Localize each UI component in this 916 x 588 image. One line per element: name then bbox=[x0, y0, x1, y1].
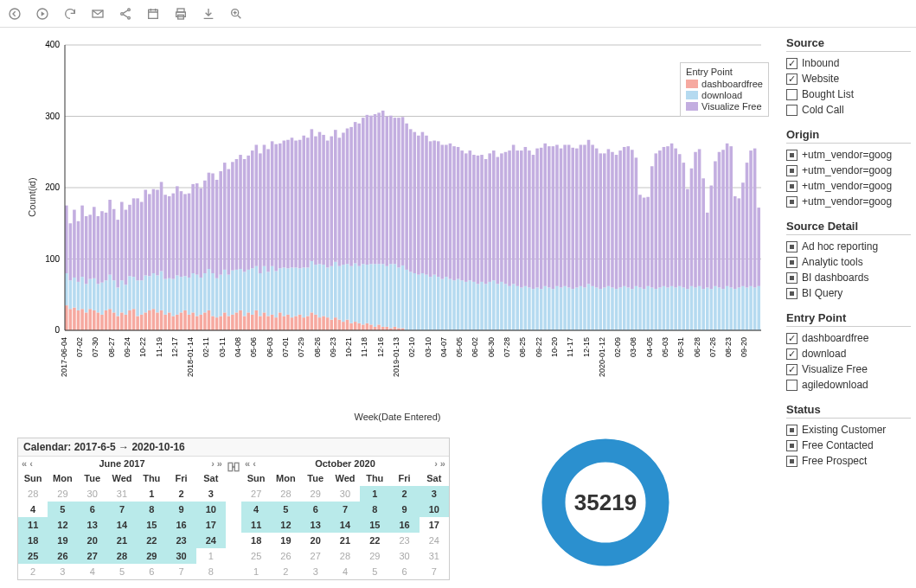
calendar-day[interactable]: 25 bbox=[18, 548, 48, 564]
checkbox-icon[interactable] bbox=[786, 288, 797, 299]
calendar-day[interactable]: 27 bbox=[78, 548, 107, 564]
calendar-day[interactable]: 16 bbox=[166, 517, 195, 533]
calendar-day[interactable]: 29 bbox=[360, 548, 389, 564]
checkbox-icon[interactable] bbox=[786, 241, 797, 252]
calendar-day[interactable]: 7 bbox=[420, 564, 449, 579]
filter-option[interactable]: Cold Call bbox=[786, 104, 911, 116]
calendar-day[interactable]: 29 bbox=[48, 486, 77, 502]
calendar-day[interactable]: 8 bbox=[360, 502, 389, 517]
calendar-day[interactable]: 18 bbox=[18, 533, 48, 548]
calendar-day[interactable]: 13 bbox=[78, 517, 107, 533]
checkbox-icon[interactable] bbox=[786, 58, 797, 69]
calendar-day[interactable]: 6 bbox=[301, 502, 330, 517]
checkbox-icon[interactable] bbox=[786, 364, 797, 375]
filter-option[interactable]: agiledownload bbox=[786, 379, 911, 391]
calendar-day[interactable]: 2 bbox=[271, 564, 300, 579]
calendar-day[interactable]: 16 bbox=[389, 517, 419, 533]
calendar-day[interactable]: 1 bbox=[196, 548, 226, 564]
calendar-day[interactable]: 7 bbox=[166, 564, 195, 579]
calendar-day[interactable]: 14 bbox=[330, 517, 360, 533]
calendar-day[interactable]: 27 bbox=[301, 548, 330, 564]
calendar-day[interactable]: 20 bbox=[301, 533, 330, 548]
calendar-day[interactable]: 13 bbox=[301, 517, 330, 533]
checkbox-icon[interactable] bbox=[786, 348, 797, 360]
calendar-day[interactable]: 4 bbox=[330, 564, 360, 579]
cal-next-icon[interactable]: › » bbox=[434, 458, 445, 469]
calendar-day[interactable]: 21 bbox=[107, 533, 137, 548]
checkbox-icon[interactable] bbox=[786, 196, 797, 208]
filter-option[interactable]: Existing Customer bbox=[786, 424, 911, 436]
filter-option[interactable]: dashboardfree bbox=[786, 332, 911, 344]
calendar-day[interactable]: 31 bbox=[107, 486, 137, 502]
calendar-day[interactable]: 4 bbox=[18, 502, 48, 517]
checkbox-icon[interactable] bbox=[786, 150, 797, 161]
calendar-day[interactable]: 11 bbox=[18, 517, 48, 533]
checkbox-icon[interactable] bbox=[786, 181, 797, 192]
calendar-day[interactable]: 5 bbox=[360, 564, 389, 579]
filter-option[interactable]: Analytic tools bbox=[786, 256, 911, 268]
calendar-day[interactable]: 15 bbox=[137, 517, 166, 533]
filter-option[interactable]: Visualize Free bbox=[786, 363, 911, 375]
calendar-day[interactable]: 2 bbox=[18, 564, 48, 579]
calendar-day[interactable]: 5 bbox=[48, 502, 77, 517]
calendar-day[interactable]: 12 bbox=[48, 517, 77, 533]
calendar-day[interactable]: 22 bbox=[137, 533, 166, 548]
cal-prev-icon[interactable]: « ‹ bbox=[22, 458, 33, 469]
calendar-day[interactable]: 10 bbox=[420, 502, 449, 517]
filter-option[interactable]: BI dashboards bbox=[786, 272, 911, 284]
calendar-day[interactable]: 17 bbox=[196, 517, 226, 533]
calendar-day[interactable]: 10 bbox=[196, 502, 226, 517]
calendar-day[interactable]: 24 bbox=[196, 533, 226, 548]
calendar-day[interactable]: 29 bbox=[137, 548, 166, 564]
calendar-day[interactable]: 3 bbox=[420, 486, 449, 502]
calendar-day[interactable]: 18 bbox=[241, 533, 271, 548]
calendar-day[interactable]: 15 bbox=[360, 517, 389, 533]
filter-option[interactable]: Website bbox=[786, 73, 911, 85]
calendar-day[interactable]: 24 bbox=[420, 533, 449, 548]
calendar-day[interactable]: 17 bbox=[420, 517, 449, 533]
filter-option[interactable]: +utm_vendor=goog bbox=[786, 195, 911, 208]
calendar-day[interactable]: 21 bbox=[330, 533, 360, 548]
calendar-link-icon[interactable] bbox=[226, 457, 241, 579]
print-icon[interactable] bbox=[173, 6, 189, 22]
calendar-day[interactable]: 26 bbox=[48, 548, 77, 564]
calendar-day[interactable]: 30 bbox=[330, 486, 360, 502]
calendar-day[interactable]: 3 bbox=[196, 486, 226, 502]
calendar-day[interactable]: 20 bbox=[78, 533, 107, 548]
calendar-day[interactable]: 2 bbox=[389, 486, 419, 502]
calendar-day[interactable]: 27 bbox=[241, 486, 271, 502]
filter-option[interactable]: Inbound bbox=[786, 57, 911, 69]
calendar-day[interactable]: 22 bbox=[360, 533, 389, 548]
calendar-day[interactable]: 9 bbox=[166, 502, 195, 517]
zoom-icon[interactable] bbox=[228, 6, 244, 22]
calendar-day[interactable]: 28 bbox=[271, 486, 300, 502]
filter-option[interactable]: +utm_vendor=goog bbox=[786, 149, 911, 161]
calendar-day[interactable]: 28 bbox=[18, 486, 48, 502]
filter-option[interactable]: +utm_vendor=goog bbox=[786, 164, 911, 176]
calendar-day[interactable]: 28 bbox=[107, 548, 137, 564]
filter-option[interactable]: Free Prospect bbox=[786, 455, 911, 467]
calendar-day[interactable]: 3 bbox=[48, 564, 77, 579]
cal-next-icon[interactable]: › » bbox=[211, 458, 222, 469]
back-icon[interactable] bbox=[7, 6, 22, 22]
refresh-icon[interactable] bbox=[62, 6, 78, 22]
calendar-day[interactable]: 8 bbox=[137, 502, 166, 517]
calendar-day[interactable]: 30 bbox=[78, 486, 107, 502]
checkbox-icon[interactable] bbox=[786, 74, 797, 85]
calendar-day[interactable]: 9 bbox=[389, 502, 419, 517]
calendar-day[interactable]: 5 bbox=[271, 502, 300, 517]
calendar-day[interactable]: 11 bbox=[241, 517, 271, 533]
calendar-day[interactable]: 5 bbox=[107, 564, 137, 579]
checkbox-icon[interactable] bbox=[786, 89, 797, 100]
download-icon[interactable] bbox=[201, 6, 216, 22]
calendar-day[interactable]: 31 bbox=[420, 548, 449, 564]
play-icon[interactable] bbox=[35, 6, 50, 22]
checkbox-icon[interactable] bbox=[786, 165, 797, 176]
calendar-day[interactable]: 26 bbox=[271, 548, 300, 564]
mail-icon[interactable] bbox=[90, 6, 106, 22]
filter-option[interactable]: download bbox=[786, 348, 911, 360]
calendar-day[interactable]: 19 bbox=[48, 533, 77, 548]
calendar-day[interactable]: 6 bbox=[389, 564, 419, 579]
calendar-day[interactable]: 1 bbox=[360, 486, 389, 502]
checkbox-icon[interactable] bbox=[786, 333, 797, 344]
